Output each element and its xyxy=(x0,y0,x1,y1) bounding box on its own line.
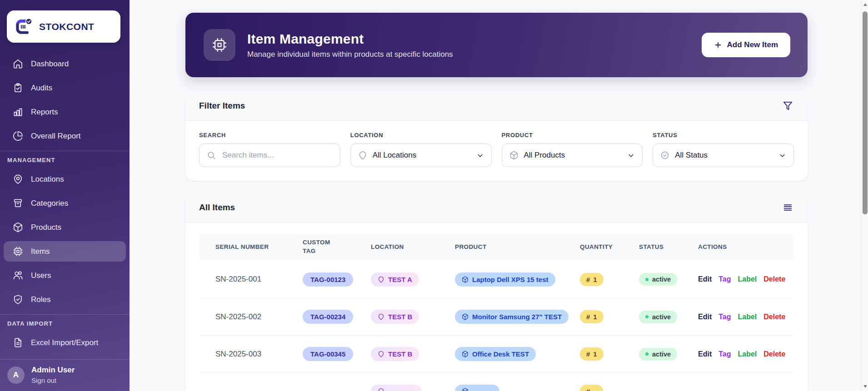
sidebar-item-label: Overall Report xyxy=(31,132,81,141)
sidebar-item-audits[interactable]: Audits xyxy=(4,78,126,98)
sidebar-item-users[interactable]: Users xyxy=(4,265,126,286)
row-action-tag[interactable]: Tag xyxy=(718,275,731,283)
cube-icon xyxy=(462,276,469,283)
sidebar-item-label: Products xyxy=(31,223,61,232)
sidebar-item-label: Users xyxy=(31,271,51,280)
search-label: SEARCH xyxy=(199,132,340,139)
product-select[interactable]: All Products xyxy=(502,144,643,167)
sidebar-item-locations[interactable]: Locations xyxy=(4,169,126,189)
filter-title: Filter Items xyxy=(199,101,245,111)
app-name: STOKCONT xyxy=(39,21,94,32)
file-text-icon xyxy=(13,337,23,348)
filter-field-status: STATUS All Status xyxy=(653,132,794,167)
product-badge: Monitor Samsung 27" TEST xyxy=(455,310,569,324)
product-badge xyxy=(455,385,499,391)
table-body: SN-2025-001TAG-00123TEST ALaptop Dell XP… xyxy=(199,261,794,391)
users-icon xyxy=(13,270,23,281)
sidebar-nav: DashboardAuditsReportsOverall ReportMANA… xyxy=(0,54,130,353)
row-action-delete[interactable]: Delete xyxy=(763,275,785,283)
scrollbar-thumb[interactable] xyxy=(863,11,868,214)
row-action-label[interactable]: Label xyxy=(738,275,757,283)
page: STOKCONT DashboardAuditsReportsOverall R… xyxy=(0,0,868,391)
row-actions: EditTagLabelDelete xyxy=(691,350,794,358)
table-header-row: SERIAL NUMBERCUSTOM TAGLOCATIONPRODUCTQU… xyxy=(199,233,794,261)
row-action-tag[interactable]: Tag xyxy=(718,313,731,321)
serial-number: SN-2025-003 xyxy=(215,350,261,358)
status-badge: active xyxy=(639,348,677,361)
stokcont-logo-icon xyxy=(14,17,33,36)
sidebar-item-label: Reports xyxy=(31,108,58,117)
hero-icon-box xyxy=(204,29,235,61)
column-header-actions: ACTIONS xyxy=(691,243,794,252)
hash-icon: # xyxy=(586,350,590,358)
sidebar-item-dashboard[interactable]: Dashboard xyxy=(4,54,126,74)
cube-icon xyxy=(462,351,469,357)
location-select-value: All Locations xyxy=(373,151,416,160)
row-action-tag[interactable]: Tag xyxy=(718,350,731,358)
status-dot-icon xyxy=(645,315,649,318)
main-area: Item Management Manage individual items … xyxy=(130,0,868,391)
row-action-edit[interactable]: Edit xyxy=(698,275,712,283)
hash-icon: # xyxy=(586,276,590,283)
content: Item Management Manage individual items … xyxy=(185,13,808,391)
hash-icon: # xyxy=(586,313,590,321)
sidebar-item-categories[interactable]: Categories xyxy=(4,193,126,213)
filter-grid: SEARCH LOCATION All Locations xyxy=(185,121,808,181)
row-action-label[interactable]: Label xyxy=(738,313,757,321)
cube-icon xyxy=(462,313,469,320)
custom-tag-badge: TAG-00345 xyxy=(303,347,353,361)
scroll-down-arrow[interactable] xyxy=(863,385,867,388)
chevron-down-icon xyxy=(627,152,635,159)
pin-badge-icon xyxy=(378,388,384,391)
plus-icon xyxy=(714,41,722,49)
table-row: SN-2025-003TAG-00345TEST BOffice Desk TE… xyxy=(199,335,794,372)
filter-toggle-button[interactable] xyxy=(782,99,794,112)
row-action-delete[interactable]: Delete xyxy=(763,350,785,358)
archive-icon xyxy=(13,198,23,208)
row-actions: EditTagLabelDelete xyxy=(691,313,794,321)
page-title: Item Management xyxy=(247,31,453,47)
quantity-badge: #1 xyxy=(580,310,604,323)
add-new-item-button[interactable]: Add New Item xyxy=(702,33,790,57)
product-select-value: All Products xyxy=(524,151,565,160)
location-select[interactable]: All Locations xyxy=(350,144,492,167)
pin-badge-icon xyxy=(378,313,384,320)
row-action-label[interactable]: Label xyxy=(738,350,757,358)
vertical-scrollbar[interactable] xyxy=(861,0,868,391)
sidebar-item-overall-report[interactable]: Overall Report xyxy=(4,126,126,146)
items-title: All Items xyxy=(199,203,235,213)
map-pin-icon xyxy=(358,151,367,160)
sidebar-item-products[interactable]: Products xyxy=(4,217,126,238)
hash-icon: # xyxy=(586,387,590,391)
scroll-up-arrow[interactable] xyxy=(863,3,867,6)
filter-field-product: PRODUCT All Products xyxy=(502,132,643,167)
column-header-location: LOCATION xyxy=(364,243,448,252)
search-input[interactable] xyxy=(221,150,333,160)
funnel-icon xyxy=(783,100,793,111)
sidebar-item-reports[interactable]: Reports xyxy=(4,102,126,122)
row-action-edit[interactable]: Edit xyxy=(698,313,712,321)
sidebar-item-excel-import-export[interactable]: Excel Import/Export xyxy=(4,332,126,353)
sidebar-item-roles[interactable]: Roles xyxy=(4,289,126,310)
add-new-item-label: Add New Item xyxy=(727,40,778,49)
quantity-badge: # xyxy=(580,385,603,391)
sign-out-link[interactable]: Sign out xyxy=(31,376,75,384)
list-view-button[interactable] xyxy=(782,201,794,213)
status-select[interactable]: All Status xyxy=(653,144,794,167)
avatar: A xyxy=(7,366,25,384)
app-logo[interactable]: STOKCONT xyxy=(7,10,120,43)
sidebar-divider xyxy=(0,314,130,315)
status-dot-icon xyxy=(645,278,649,281)
row-action-delete[interactable]: Delete xyxy=(763,313,785,321)
custom-tag-badge: TAG-00234 xyxy=(303,310,353,324)
column-header-custom-tag: CUSTOM TAG xyxy=(295,238,364,256)
row-action-edit[interactable]: Edit xyxy=(698,350,712,358)
table-row: SN-2025-002TAG-00234TEST BMonitor Samsun… xyxy=(199,298,794,335)
user-name: Admin User xyxy=(31,366,75,375)
filter-field-location: LOCATION All Locations xyxy=(350,132,492,167)
list-icon xyxy=(783,202,793,213)
sidebar-section-label: DATA IMPORT xyxy=(7,320,126,327)
sidebar-item-label: Dashboard xyxy=(31,59,69,69)
items-card-header: All Items xyxy=(185,193,808,223)
sidebar-item-items[interactable]: Items xyxy=(4,241,126,262)
